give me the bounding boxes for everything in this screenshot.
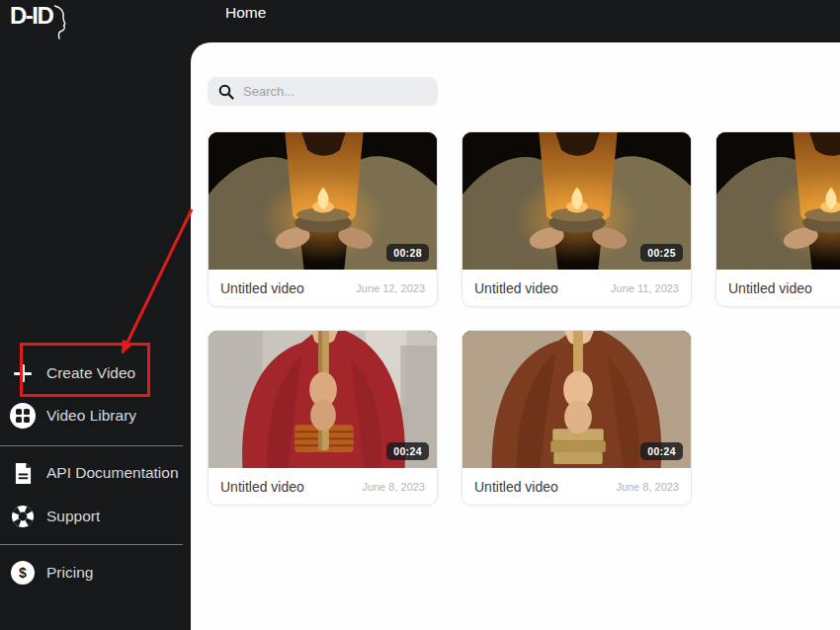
duration-badge: 00:24 [386, 442, 429, 460]
sidebar-item-label: API Documentation [46, 464, 179, 482]
video-date: June 8, 2023 [362, 481, 425, 493]
video-title: Untitled video [474, 280, 558, 296]
video-title: Untitled video [474, 479, 558, 495]
duration-badge: 00:28 [386, 244, 429, 262]
sidebar-divider [0, 544, 183, 545]
card-footer: Untitled video [716, 270, 840, 306]
sidebar-item-label: Support [46, 508, 100, 525]
duration-badge: 00:24 [640, 442, 683, 460]
card-footer: Untitled video June 8, 2023 [462, 468, 691, 505]
topbar: D-ID Home [0, 0, 840, 42]
plus-icon [10, 360, 36, 386]
video-thumbnail [716, 132, 840, 270]
grid-icon [10, 403, 36, 429]
video-date: June 12, 2023 [356, 282, 425, 294]
card-footer: Untitled video June 12, 2023 [209, 270, 437, 306]
video-thumbnail: 00:24 [209, 331, 437, 468]
video-thumbnail: 00:28 [209, 132, 437, 270]
video-date: June 8, 2023 [616, 481, 679, 493]
sidebar-item-label: Pricing [46, 564, 93, 582]
d-id-logo: D-ID [10, 4, 67, 40]
sidebar: Create Video Video Library API Documenta… [0, 42, 191, 630]
main-panel: 00:28 Untitled video June 12, 2023 00:25… [191, 42, 840, 630]
dollar-circle-icon [10, 560, 36, 586]
video-title: Untitled video [728, 280, 812, 296]
card-footer: Untitled video June 8, 2023 [209, 468, 437, 505]
video-date: June 11, 2023 [611, 282, 679, 294]
sidebar-item-support[interactable]: Support [0, 499, 191, 534]
video-card[interactable]: 00:28 Untitled video June 12, 2023 [208, 131, 438, 307]
duration-badge: 00:25 [640, 244, 683, 262]
video-card[interactable]: 00:24 Untitled video June 8, 2023 [208, 330, 438, 506]
face-profile-icon [53, 5, 67, 40]
page-title: Home [225, 4, 266, 22]
sidebar-item-label: Create Video [46, 364, 135, 382]
video-card[interactable]: 00:24 Untitled video June 8, 2023 [462, 330, 692, 506]
sidebar-item-pricing[interactable]: Pricing [0, 555, 191, 591]
document-icon [10, 460, 36, 486]
video-card[interactable]: 00:25 Untitled video June 11, 2023 [462, 131, 692, 307]
search-icon [218, 84, 234, 100]
video-card[interactable]: Untitled video [715, 131, 840, 307]
video-thumbnail: 00:25 [462, 132, 691, 270]
logo-text: D-ID [10, 4, 52, 28]
search-input[interactable] [243, 84, 427, 99]
video-thumbnail: 00:24 [462, 331, 691, 468]
sidebar-item-label: Video Library [46, 407, 136, 425]
search-bar[interactable] [208, 77, 438, 106]
sidebar-item-api-documentation[interactable]: API Documentation [0, 455, 191, 491]
sidebar-item-create-video[interactable]: Create Video [0, 355, 191, 391]
video-title: Untitled video [220, 280, 304, 296]
card-footer: Untitled video June 11, 2023 [462, 270, 691, 306]
sidebar-divider [0, 445, 183, 446]
video-title: Untitled video [220, 479, 304, 495]
sidebar-item-video-library[interactable]: Video Library [0, 398, 191, 433]
lifebuoy-icon [10, 504, 36, 529]
